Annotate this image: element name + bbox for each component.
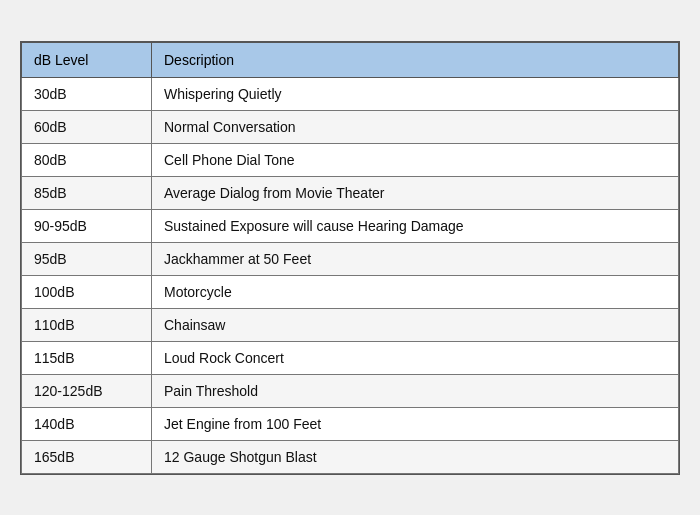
cell-description: Chainsaw (152, 308, 679, 341)
table-row: 110dBChainsaw (22, 308, 679, 341)
cell-db-level: 95dB (22, 242, 152, 275)
table-header-row: dB Level Description (22, 42, 679, 77)
cell-description: Pain Threshold (152, 374, 679, 407)
cell-db-level: 110dB (22, 308, 152, 341)
table-row: 165dB12 Gauge Shotgun Blast (22, 440, 679, 473)
cell-db-level: 85dB (22, 176, 152, 209)
cell-description: Jackhammer at 50 Feet (152, 242, 679, 275)
table-row: 120-125dBPain Threshold (22, 374, 679, 407)
cell-description: Normal Conversation (152, 110, 679, 143)
cell-db-level: 100dB (22, 275, 152, 308)
cell-db-level: 90-95dB (22, 209, 152, 242)
table-row: 85dBAverage Dialog from Movie Theater (22, 176, 679, 209)
cell-description: Loud Rock Concert (152, 341, 679, 374)
table-row: 140dBJet Engine from 100 Feet (22, 407, 679, 440)
table-row: 80dBCell Phone Dial Tone (22, 143, 679, 176)
header-description: Description (152, 42, 679, 77)
cell-description: Motorcycle (152, 275, 679, 308)
cell-description: Cell Phone Dial Tone (152, 143, 679, 176)
table-row: 90-95dBSustained Exposure will cause Hea… (22, 209, 679, 242)
table-row: 100dBMotorcycle (22, 275, 679, 308)
db-level-table: dB Level Description 30dBWhispering Quie… (20, 41, 680, 475)
cell-db-level: 60dB (22, 110, 152, 143)
table-row: 30dBWhispering Quietly (22, 77, 679, 110)
cell-db-level: 165dB (22, 440, 152, 473)
cell-db-level: 115dB (22, 341, 152, 374)
header-db-level: dB Level (22, 42, 152, 77)
cell-description: Jet Engine from 100 Feet (152, 407, 679, 440)
table-row: 95dBJackhammer at 50 Feet (22, 242, 679, 275)
cell-db-level: 30dB (22, 77, 152, 110)
table-row: 60dBNormal Conversation (22, 110, 679, 143)
cell-db-level: 140dB (22, 407, 152, 440)
table-row: 115dBLoud Rock Concert (22, 341, 679, 374)
cell-description: Whispering Quietly (152, 77, 679, 110)
cell-description: 12 Gauge Shotgun Blast (152, 440, 679, 473)
cell-description: Sustained Exposure will cause Hearing Da… (152, 209, 679, 242)
cell-db-level: 120-125dB (22, 374, 152, 407)
cell-db-level: 80dB (22, 143, 152, 176)
cell-description: Average Dialog from Movie Theater (152, 176, 679, 209)
